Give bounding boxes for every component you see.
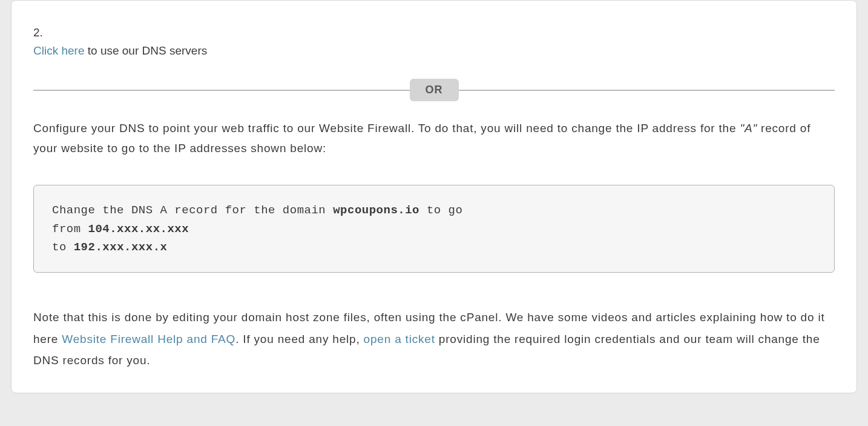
code-from-ip: 104.xxx.xx.xxx	[88, 222, 189, 236]
firewall-help-link[interactable]: Website Firewall Help and FAQ	[62, 333, 235, 345]
dns-suffix-text: to use our DNS servers	[84, 44, 207, 57]
note-part2: . If you need any help,	[235, 333, 363, 345]
step-number: 2.	[33, 24, 835, 42]
dns-config-card: 2. Click here to use our DNS servers OR …	[11, 0, 857, 393]
or-divider: OR	[33, 79, 835, 101]
open-ticket-link[interactable]: open a ticket	[364, 333, 435, 345]
note-paragraph: Note that this is done by editing your d…	[33, 307, 835, 370]
a-record-italic: "A"	[740, 122, 757, 135]
code-domain: wpcoupons.io	[333, 204, 419, 217]
code-line1-suffix: to go	[419, 204, 462, 217]
code-line3-prefix: to	[52, 241, 74, 254]
dns-code-block: Change the DNS A record for the domain w…	[33, 185, 835, 273]
dns-option-line: Click here to use our DNS servers	[33, 42, 835, 60]
code-line1-prefix: Change the DNS A record for the domain	[52, 204, 333, 217]
instruction-prefix: Configure your DNS to point your web tra…	[33, 122, 740, 135]
click-here-link[interactable]: Click here	[33, 44, 84, 57]
instruction-paragraph: Configure your DNS to point your web tra…	[33, 118, 835, 159]
code-to-ip: 192.xxx.xxx.x	[74, 241, 168, 254]
or-badge: OR	[410, 79, 459, 101]
code-line2-prefix: from	[52, 222, 88, 236]
